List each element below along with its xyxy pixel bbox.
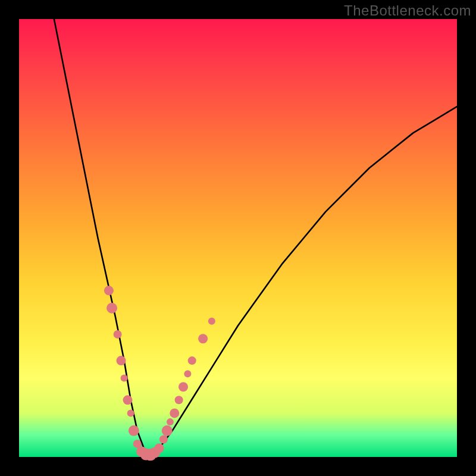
marker-point	[198, 334, 208, 343]
marker-point	[123, 395, 133, 405]
highlight-markers	[104, 286, 215, 461]
marker-point	[178, 382, 188, 392]
marker-point	[208, 318, 215, 325]
marker-point	[184, 370, 191, 377]
marker-point	[107, 303, 117, 314]
marker-point	[121, 375, 128, 382]
marker-point	[127, 409, 134, 416]
marker-point	[167, 418, 174, 425]
marker-point	[114, 330, 122, 339]
marker-point	[155, 443, 164, 453]
watermark-text: TheBottleneck.com	[344, 2, 471, 19]
marker-point	[116, 356, 126, 365]
marker-point	[175, 396, 183, 404]
marker-point	[129, 425, 139, 436]
marker-point	[188, 356, 196, 365]
bottleneck-plot	[19, 19, 457, 457]
bottleneck-curve-line	[54, 19, 457, 455]
marker-point	[104, 286, 114, 295]
marker-point	[162, 425, 173, 436]
chart-area	[19, 19, 457, 457]
marker-point	[170, 408, 179, 418]
marker-point	[159, 436, 168, 444]
